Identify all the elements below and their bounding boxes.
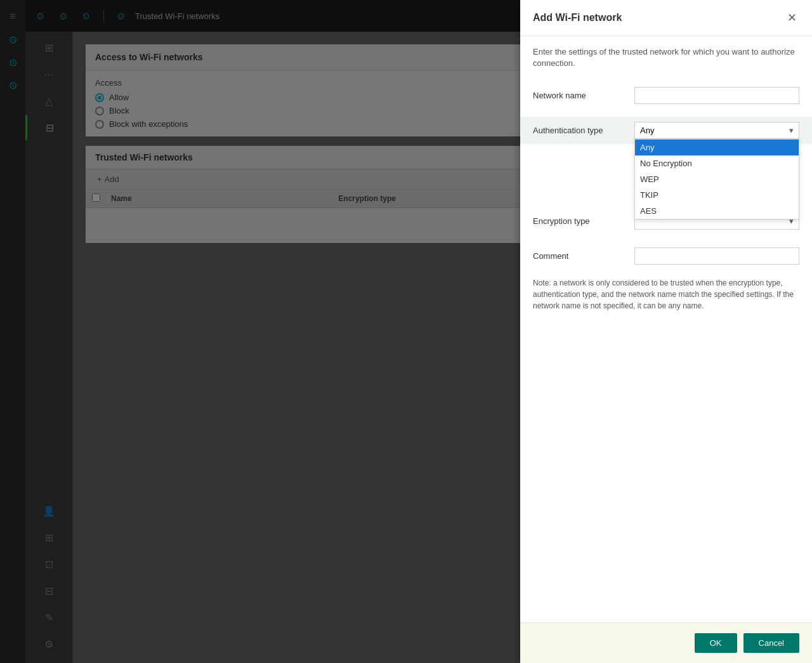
- ok-button[interactable]: OK: [695, 633, 737, 653]
- comment-input[interactable]: [634, 247, 799, 265]
- dialog-note: Note: a network is only considered to be…: [533, 277, 799, 312]
- dialog-title: Add Wi-Fi network: [533, 12, 622, 23]
- auth-type-dropdown-list: Any No Encryption WEP TKIP AES: [634, 139, 799, 220]
- add-wifi-dialog: Add Wi-Fi network ✕ Enter the settings o…: [520, 0, 812, 663]
- auth-type-dropdown-arrow: ▾: [789, 126, 794, 135]
- auth-type-label: Authentication type: [533, 126, 634, 135]
- network-name-input[interactable]: [634, 87, 799, 104]
- dropdown-item-any[interactable]: Any: [635, 140, 799, 155]
- comment-control: [634, 247, 799, 265]
- network-name-label: Network name: [533, 91, 634, 100]
- enc-type-label: Encryption type: [533, 216, 634, 226]
- dialog-close-button[interactable]: ✕: [784, 10, 799, 25]
- dialog-footer: OK Cancel: [520, 622, 812, 663]
- comment-row: Comment: [533, 242, 799, 270]
- dialog-header: Add Wi-Fi network ✕: [520, 0, 812, 36]
- comment-label: Comment: [533, 251, 634, 261]
- dropdown-item-no-encryption[interactable]: No Encryption: [635, 155, 799, 171]
- auth-type-row: Authentication type Any ▾ Any No Encrypt…: [520, 117, 812, 144]
- auth-type-selected-value: Any: [640, 126, 789, 135]
- dropdown-item-wep[interactable]: WEP: [635, 171, 799, 187]
- dialog-body: Enter the settings of the trusted networ…: [520, 36, 812, 622]
- auth-type-dropdown-container: Any ▾ Any No Encryption WEP TKIP AES: [634, 122, 799, 139]
- dropdown-item-aes[interactable]: AES: [635, 203, 799, 219]
- network-name-control: [634, 87, 799, 104]
- cancel-button[interactable]: Cancel: [743, 633, 799, 653]
- dropdown-item-tkip[interactable]: TKIP: [635, 187, 799, 203]
- dialog-description: Enter the settings of the trusted networ…: [533, 46, 799, 69]
- network-name-row: Network name: [533, 82, 799, 109]
- auth-type-select[interactable]: Any ▾: [634, 122, 799, 139]
